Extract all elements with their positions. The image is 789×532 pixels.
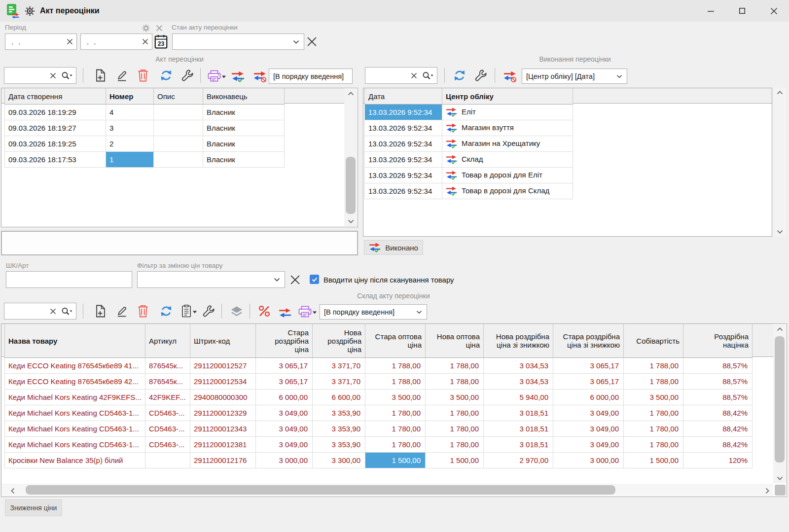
transfer-icon[interactable] — [277, 305, 293, 320]
edit-act-icon[interactable] — [114, 68, 130, 83]
clear-icon[interactable] — [50, 72, 56, 79]
print-icon[interactable] — [297, 304, 318, 319]
scroll-down-icon[interactable] — [773, 476, 786, 480]
table-cell[interactable]: 09.03.2026 18:17:53 — [5, 152, 106, 168]
table-cell[interactable]: Еліт — [442, 105, 573, 120]
table-cell[interactable]: 09.03.2026 18:19:27 — [5, 120, 106, 136]
column-header-retail-markup[interactable]: Роздрібна націнка — [683, 324, 753, 358]
table-cell[interactable]: 3 500,00 — [426, 390, 484, 405]
table-cell[interactable]: 1 780,00 — [426, 437, 484, 453]
column-header-old-retail-discount[interactable]: Стара роздрібна ціна зі знижкою — [553, 324, 624, 358]
table-cell[interactable]: 1 788,00 — [426, 358, 484, 374]
table-row[interactable]: 13.03.2026 9:52:34Еліт — [365, 105, 573, 120]
table-cell[interactable]: 3 300,00 — [313, 453, 365, 468]
table-row[interactable]: Кеди ECCO Keating 876545к6е89 42...87654… — [5, 374, 753, 390]
scroll-up-icon[interactable] — [773, 327, 786, 331]
table-cell[interactable]: CD5463-... — [145, 421, 190, 437]
act-notes-area[interactable] — [1, 231, 358, 255]
table-cell[interactable]: 3 000,00 — [553, 453, 624, 468]
period-settings-gear-icon[interactable] — [142, 24, 150, 32]
table-cell[interactable]: 876545к... — [145, 374, 190, 390]
calendar-icon[interactable]: 23 — [154, 34, 168, 49]
execute-act-icon[interactable] — [230, 69, 246, 84]
table-cell[interactable]: Кросівки New Balance 35(р) білий — [5, 453, 145, 468]
table-cell[interactable] — [154, 136, 203, 152]
table-cell[interactable]: 3 065,17 — [256, 374, 313, 390]
price-filter-clear-icon[interactable] — [290, 275, 300, 285]
table-cell[interactable]: 1 500,00 — [365, 453, 426, 468]
table-row[interactable]: 09.03.2026 18:19:252Власник — [5, 136, 285, 152]
table-row[interactable]: 09.03.2026 18:19:294Власник — [5, 105, 285, 120]
edit-item-icon[interactable] — [114, 303, 130, 319]
table-cell[interactable]: 42F9KEF... — [145, 390, 190, 405]
execution-vertical-scrollbar[interactable] — [773, 88, 786, 237]
table-cell[interactable]: 876545к... — [145, 358, 190, 374]
table-cell[interactable]: 13.03.2026 9:52:34 — [365, 152, 442, 168]
column-header-description[interactable]: Опис — [154, 88, 203, 105]
table-cell[interactable]: 2911200012343 — [190, 421, 256, 437]
table-cell[interactable]: 3 018,51 — [484, 421, 553, 437]
date-from-input[interactable]: . . — [5, 34, 77, 50]
table-cell[interactable]: 1 788,00 — [624, 358, 683, 374]
table-cell[interactable]: CD5463-... — [145, 437, 190, 453]
table-cell[interactable]: 13.03.2026 9:52:34 — [365, 105, 442, 120]
table-cell[interactable]: 3 065,17 — [256, 358, 313, 374]
clear-icon[interactable] — [50, 308, 56, 315]
scroll-right-icon[interactable] — [765, 486, 769, 496]
period-clear-icon[interactable] — [156, 25, 163, 32]
layers-icon[interactable] — [229, 304, 245, 319]
templates-icon[interactable] — [179, 303, 199, 319]
table-cell[interactable]: 3 018,51 — [484, 437, 553, 453]
table-row[interactable]: Кеди Michael Kors Keating CD5463-1...CD5… — [5, 405, 753, 421]
table-cell[interactable]: 3 018,51 — [484, 405, 553, 421]
table-cell[interactable]: 2 970,00 — [484, 453, 553, 468]
table-cell[interactable]: Власник — [203, 105, 285, 120]
column-header-created[interactable]: Дата створення — [5, 88, 106, 105]
table-cell[interactable]: 1 780,00 — [365, 421, 426, 437]
table-cell[interactable]: 3 371,70 — [313, 374, 365, 390]
table-cell[interactable] — [154, 105, 203, 120]
scroll-down-icon[interactable] — [773, 230, 786, 234]
table-cell[interactable]: 3 500,00 — [624, 390, 683, 405]
table-cell[interactable]: 13.03.2026 9:52:34 — [365, 136, 442, 152]
items-vertical-scrollbar[interactable] — [773, 324, 786, 483]
table-cell[interactable]: 6 000,00 — [553, 390, 624, 405]
table-cell[interactable]: 2 — [106, 136, 154, 152]
table-cell[interactable] — [154, 120, 203, 136]
table-cell[interactable]: 3 049,00 — [256, 405, 313, 421]
column-header-center[interactable]: Центр обліку — [442, 88, 573, 105]
done-button[interactable]: Виконано — [364, 240, 423, 255]
table-row[interactable]: Кросівки New Balance 35(р) білий29112000… — [5, 453, 753, 468]
table-cell[interactable]: 3 049,00 — [553, 437, 624, 453]
scroll-thumb[interactable] — [346, 157, 356, 214]
table-cell[interactable]: Товар в дорозі для Еліт — [442, 168, 573, 183]
table-row[interactable]: 13.03.2026 9:52:34Склад — [365, 152, 573, 168]
table-cell[interactable]: Кеди Michael Kors Keating CD5463-1... — [5, 437, 145, 453]
table-row[interactable]: 13.03.2026 9:52:34Товар в дорозі для Скл… — [365, 183, 573, 199]
table-cell[interactable]: 1 780,00 — [426, 405, 484, 421]
table-cell[interactable]: Кеди Michael Kors Keating CD5463-1... — [5, 421, 145, 437]
table-cell[interactable]: Кеди ECCO Keating 876545к6е89 42... — [5, 374, 145, 390]
table-cell[interactable]: 3 065,17 — [553, 374, 624, 390]
search-icon[interactable] — [61, 307, 72, 316]
items-sort-select[interactable]: [В порядку введення] — [320, 304, 427, 319]
delete-item-icon[interactable] — [135, 303, 151, 319]
scroll-up-icon[interactable] — [773, 91, 786, 95]
table-cell[interactable]: Товар в дорозі для Склад — [442, 183, 573, 199]
close-button[interactable] — [762, 2, 785, 19]
price-decrease-legend[interactable]: Зниження ціни — [5, 499, 62, 516]
table-cell[interactable]: 3 500,00 — [365, 390, 426, 405]
search-icon[interactable] — [61, 71, 72, 80]
table-cell[interactable]: 1 780,00 — [624, 437, 683, 453]
table-cell[interactable]: Магазин взуття — [442, 120, 573, 136]
table-cell[interactable]: 3 034,53 — [484, 374, 553, 390]
percent-icon[interactable] — [256, 303, 272, 319]
table-cell[interactable]: 2911200012527 — [190, 358, 256, 374]
table-cell[interactable]: 88,57% — [683, 390, 753, 405]
table-row[interactable]: Кеди Michael Kors Keating CD5463-1...CD5… — [5, 437, 753, 453]
refresh-icon[interactable] — [158, 303, 174, 319]
table-cell[interactable]: Власник — [203, 120, 285, 136]
table-cell[interactable]: 3 049,00 — [553, 421, 624, 437]
add-act-icon[interactable] — [93, 68, 108, 83]
table-cell[interactable]: 2911200012381 — [190, 437, 256, 453]
